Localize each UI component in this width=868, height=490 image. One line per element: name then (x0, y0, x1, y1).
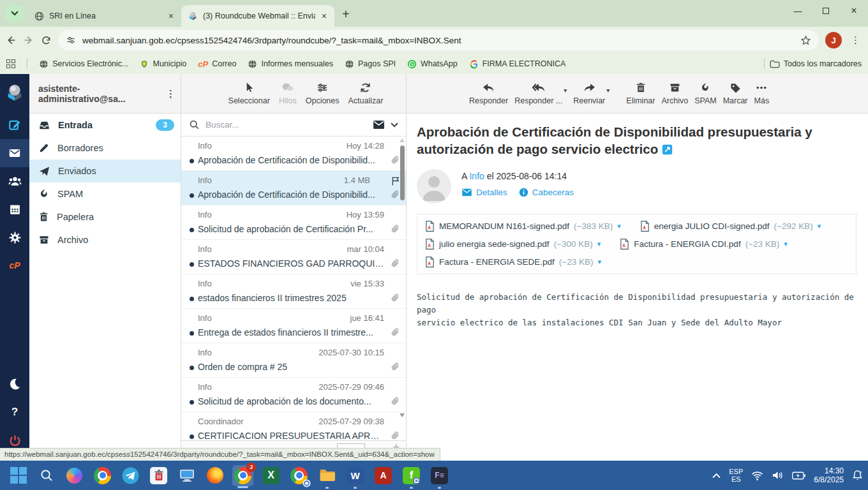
attachment-item[interactable]: Factura - ENERGIA CDI.pdf (~23 KB) ▾ (620, 238, 788, 250)
reply-all-caret-icon[interactable]: ▾ (564, 87, 567, 94)
help-button[interactable]: ? (0, 398, 29, 426)
tab-roundcube[interactable]: (3) Roundcube Webmail :: Envia × (181, 5, 334, 27)
tab-sri[interactable]: SRI en Línea × (28, 5, 181, 27)
message-row[interactable]: InfoHoy 14:28 Aprobación de Certificació… (181, 137, 406, 171)
start-button[interactable] (8, 465, 29, 486)
list-scrollbar[interactable] (398, 137, 406, 440)
refresh-button[interactable]: Actualizar (348, 82, 384, 105)
search-scope-mail-icon[interactable] (373, 120, 385, 130)
folder-spam[interactable]: SPAM (29, 182, 181, 205)
message-row[interactable]: Info2025-07-30 10:15 Orden de compra # 2… (181, 343, 406, 378)
chrome-active-window-button[interactable]: J (232, 465, 253, 486)
rail-cpanel-button[interactable]: cP (0, 251, 29, 279)
tab-close-icon[interactable]: × (167, 11, 175, 21)
copilot-button[interactable] (64, 465, 85, 486)
chrome-app-button[interactable] (288, 465, 310, 486)
word-button[interactable]: W (345, 465, 366, 486)
green-f-app-button[interactable]: f✕ (401, 465, 422, 486)
folder-enviados[interactable]: Enviados (29, 160, 181, 182)
notification-bell-icon[interactable]: z (852, 470, 863, 481)
rail-settings-button[interactable] (0, 223, 29, 251)
message-row[interactable]: Info2025-07-29 09:46 Solicitud de aproba… (181, 378, 406, 412)
scrollbar-thumb[interactable] (400, 145, 405, 200)
chrome-button[interactable] (92, 465, 113, 486)
recycle-bin-button[interactable] (148, 465, 169, 486)
attachment-menu-icon[interactable]: ▾ (784, 240, 788, 248)
message-row[interactable]: Coordinador2025-07-29 09:38 CERTIFICACIO… (181, 412, 406, 440)
threads-button[interactable]: Hilos (279, 82, 297, 105)
message-row[interactable]: InfoHoy 13:59 Solicitud de aprobación de… (181, 205, 406, 240)
folder-entrada[interactable]: Entrada 3 (29, 114, 181, 137)
message-row-selected[interactable]: Info1.4 MB Aprobación de Certificación d… (181, 171, 406, 205)
forward-button[interactable]: Reenviar (573, 82, 605, 105)
dark-mode-button[interactable] (0, 370, 29, 398)
search-bar[interactable]: Buscar... (181, 114, 406, 137)
profile-avatar[interactable]: J (825, 32, 842, 48)
excel-button[interactable]: X (260, 465, 281, 486)
bookmark-informes[interactable]: Informes mensuales (248, 59, 333, 69)
bookmark-firma[interactable]: FIRMA ELECTRONICA (469, 59, 566, 69)
headers-button[interactable]: Cabeceras (519, 188, 574, 197)
wifi-icon[interactable] (751, 471, 763, 480)
more-button[interactable]: Más (754, 82, 770, 105)
site-settings-icon[interactable] (66, 35, 76, 45)
attachment-menu-icon[interactable]: ▾ (597, 258, 601, 266)
search-options-chevron-icon[interactable] (391, 122, 398, 128)
taskbar-search-button[interactable] (36, 465, 57, 486)
battery-icon[interactable] (792, 471, 805, 480)
message-row[interactable]: Infomar 10:04 ESTADOS FINANCIEROS GAD PA… (181, 240, 406, 274)
reply-button[interactable]: Responder (469, 82, 508, 105)
search-input[interactable]: Buscar... (206, 120, 367, 130)
volume-icon[interactable] (772, 470, 784, 480)
rail-calendar-button[interactable] (0, 195, 29, 223)
attachment-item[interactable]: Factura - ENERGIA SEDE.pdf (~23 KB) ▾ (425, 256, 601, 268)
bookmark-correo[interactable]: cP Correo (198, 59, 236, 69)
bookmark-servicios[interactable]: Servicios Electrónic... (39, 59, 128, 69)
account-header[interactable]: asistente-administrativo@sa... ⋮ (29, 74, 181, 114)
delete-button[interactable]: Eliminar (626, 82, 655, 105)
details-button[interactable]: Detalles (461, 188, 507, 197)
attachment-menu-icon[interactable]: ▾ (617, 222, 621, 230)
file-explorer-button[interactable] (317, 465, 338, 486)
attachment-item[interactable]: julio energia sede-signed.pdf (~300 KB) … (425, 238, 601, 250)
this-pc-button[interactable] (176, 465, 197, 486)
forward-button[interactable] (23, 34, 34, 46)
tray-chevron-icon[interactable] (712, 473, 721, 479)
bookmark-municipio[interactable]: Municipio (140, 59, 186, 69)
attachment-item[interactable]: MEMORANDUM N161-signed.pdf (~383 KB) ▾ (425, 220, 621, 232)
attachment-item[interactable]: energia JULIO CDI-signed.pdf (~292 KB) ▾ (640, 220, 821, 232)
message-row[interactable]: Infovie 15:33 estados financieros II tri… (181, 274, 406, 309)
mark-button[interactable]: Marcar (723, 82, 748, 105)
firmaec-button[interactable]: F≡ (429, 465, 450, 486)
acrobat-button[interactable]: A (373, 465, 394, 486)
language-indicator[interactable]: ESP ES (729, 468, 743, 483)
minimize-button[interactable]: — (784, 0, 812, 22)
bookmark-pagos[interactable]: Pagos SPI (345, 59, 396, 69)
bookmark-star-icon[interactable] (800, 35, 811, 46)
tab-close-icon[interactable]: × (320, 11, 328, 21)
forward-caret-icon[interactable]: ▾ (606, 87, 610, 94)
apps-grid-icon[interactable] (6, 59, 15, 68)
browser-menu-icon[interactable]: ⋮ (848, 34, 863, 46)
options-button[interactable]: Opciones (306, 82, 340, 105)
tab-search-button[interactable] (5, 5, 24, 22)
account-menu-icon[interactable]: ⋮ (166, 88, 176, 100)
folder-borradores[interactable]: Borradores (29, 137, 181, 160)
rail-contacts-button[interactable] (0, 167, 29, 195)
attachment-menu-icon[interactable]: ▾ (818, 222, 821, 230)
folder-papelera[interactable]: Papelera (29, 205, 181, 228)
maximize-button[interactable] (812, 0, 840, 22)
message-row[interactable]: Infojue 16:41 Entrega de estados financi… (181, 309, 406, 343)
reply-all-button[interactable]: Responder ... (514, 82, 562, 105)
spam-button[interactable]: SPAM (694, 82, 717, 105)
url-bar[interactable]: webmail.sanjuan.gob.ec/cpsess1525424746/… (58, 30, 819, 50)
url-text[interactable]: webmail.sanjuan.gob.ec/cpsess1525424746/… (82, 36, 794, 45)
back-button[interactable] (5, 34, 17, 46)
reload-button[interactable] (41, 35, 52, 46)
all-bookmarks-button[interactable]: Todos los marcadores (770, 59, 862, 68)
clock[interactable]: 14:30 6/8/2025 (814, 466, 844, 484)
bookmark-whatsapp[interactable]: WhatsApp (407, 59, 458, 69)
select-button[interactable]: Seleccionar (228, 82, 270, 105)
archive-button[interactable]: Archivo (661, 82, 688, 105)
scroll-down-icon[interactable] (400, 413, 405, 417)
